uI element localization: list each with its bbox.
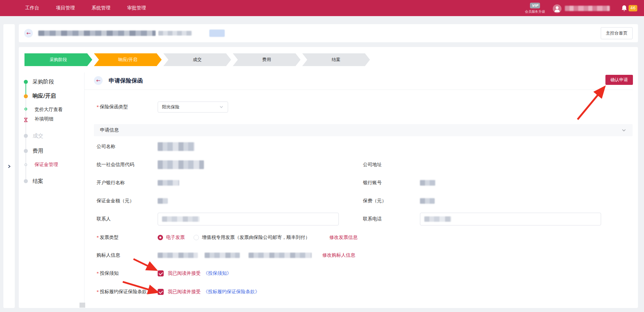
ring-gray-icon	[24, 163, 27, 166]
notice-label: 投保须知	[97, 270, 119, 276]
confirm-apply-button[interactable]: 确认申请	[605, 75, 633, 85]
bank-account-redacted	[420, 180, 435, 186]
status-badge-redacted	[209, 30, 225, 37]
phone-input[interactable]	[420, 213, 601, 225]
back-arrow-icon: ←	[26, 30, 31, 36]
main-menu: 工作台 项目管理 系统管理 审批管理	[25, 0, 146, 16]
dot-done-icon	[24, 80, 28, 84]
dot-active-icon	[24, 94, 28, 98]
insurance-type-label: 保险保函类型	[97, 104, 128, 110]
company-name-redacted	[158, 142, 195, 151]
edit-invoice-link[interactable]: 修改发票信息	[329, 235, 358, 241]
project-title-redacted	[38, 31, 156, 36]
top-nav-bar: 工作台 项目管理 系统管理 审批管理 VIP 会员服务升级 46	[0, 0, 644, 16]
bank-name-redacted	[158, 180, 179, 186]
credit-code-redacted	[158, 160, 204, 169]
edit-buyer-link[interactable]: 修改购标人信息	[322, 252, 355, 258]
stage-progress-bar: 采购阶段 响应/开启 成交 费用 结案	[24, 53, 370, 66]
vip-icon: VIP	[530, 3, 540, 8]
panel-expander[interactable]	[3, 24, 15, 308]
option-label: 增值税专用发票（发票由保险公司邮寄，顺丰到付）	[202, 235, 310, 241]
deposit-amount-label: 保证金金额（元）	[97, 198, 134, 204]
notification-count-badge: 46	[629, 5, 637, 11]
notification-bell-icon[interactable]	[621, 5, 628, 12]
sidebar-item-deposit-management[interactable]: 保证金管理	[35, 162, 58, 168]
sidebar-item-fee[interactable]: 费用	[33, 148, 43, 155]
invoice-option-electronic[interactable]: 电子发票	[158, 235, 185, 241]
ring-green-icon	[24, 108, 27, 110]
company-name-label: 公司名称	[97, 144, 115, 150]
stage-response-open: 响应/开启	[94, 53, 162, 66]
vip-upgrade[interactable]: VIP 会员服务升级	[523, 2, 547, 14]
timeline-line-done	[25, 84, 26, 95]
chevron-right-icon	[7, 164, 11, 168]
insurance-application-form: ← 申请保险保函 确认申请 保险保函类型 阳光保险	[85, 72, 638, 308]
back-button[interactable]: ←	[24, 29, 33, 38]
agree-text: 我已阅读并接受	[168, 270, 201, 276]
buyer-contact-redacted	[249, 253, 312, 258]
sidebar-item-bidding-hall[interactable]: 竞价大厅查看	[35, 107, 63, 113]
deposit-amount-redacted	[158, 198, 168, 204]
company-address-label: 公司地址	[363, 162, 382, 168]
stage-procurement: 采购阶段	[24, 53, 92, 66]
scrollbar-thumb[interactable]	[79, 303, 85, 308]
vip-caption: 会员服务升级	[523, 9, 547, 14]
console-home-button[interactable]: 主控台首页	[601, 27, 633, 39]
form-title: 申请保险保函	[109, 77, 143, 85]
terms-label: 投标履约保证保险条款	[97, 289, 147, 295]
nav-approval-management[interactable]: 审批管理	[127, 5, 146, 11]
content-panel: 采购阶段 响应/开启 成交 费用 结案 采购阶段 响应/开启 竞价大厅查看 补填…	[19, 47, 638, 308]
sidebar-item-close[interactable]: 结案	[33, 178, 43, 185]
sidebar-item-procurement[interactable]: 采购阶段	[33, 79, 54, 86]
person-icon	[553, 4, 561, 13]
stage-close: 结案	[302, 53, 370, 66]
bank-account-label: 银行账号	[363, 180, 382, 186]
sidebar-item-fill-details[interactable]: 补填明细	[35, 116, 53, 122]
nav-workbench[interactable]: 工作台	[25, 5, 39, 11]
stage-fee: 费用	[233, 53, 301, 66]
radio-selected-icon	[158, 235, 163, 240]
dot-pending-icon	[24, 179, 28, 183]
section-title: 申请信息	[100, 127, 119, 133]
credit-code-label: 统一社会信用代码	[97, 162, 134, 168]
buyer-info-label: 购标人信息	[97, 252, 120, 258]
buyer-id-redacted	[205, 253, 240, 258]
agree-text: 我已阅读并接受	[168, 289, 201, 295]
terms-link[interactable]: 《投标履约保证保险条款》	[203, 289, 260, 295]
phone-label: 联系电话	[363, 216, 382, 222]
contact-label: 联系人	[97, 216, 111, 222]
radio-unselected-icon	[194, 235, 199, 240]
username-redacted	[565, 6, 610, 11]
sidebar-item-response-open[interactable]: 响应/开启	[33, 93, 56, 100]
sidebar-item-deal[interactable]: 成交	[33, 133, 43, 140]
project-code-redacted	[158, 31, 192, 36]
terms-checkbox-checked[interactable]	[158, 289, 164, 295]
option-label: 电子发票	[166, 235, 185, 241]
selected-option: 阳光保险	[162, 104, 219, 110]
chevron-down-icon	[219, 105, 224, 109]
chevron-down-icon	[621, 127, 627, 133]
invoice-option-vat[interactable]: 增值税专用发票（发票由保险公司邮寄，顺丰到付）	[194, 235, 310, 241]
contact-redacted	[162, 216, 200, 222]
bank-name-label: 开户银行名称	[97, 180, 125, 186]
nav-system-management[interactable]: 系统管理	[92, 5, 110, 11]
section-application-info[interactable]: 申请信息	[94, 124, 633, 136]
notice-checkbox-checked[interactable]	[158, 270, 164, 276]
form-back-button[interactable]: ←	[94, 76, 103, 85]
timeline-line	[25, 84, 26, 181]
contact-input[interactable]	[158, 213, 339, 225]
page-header: ← 主控台首页	[19, 24, 638, 42]
hourglass-icon	[24, 117, 28, 121]
premium-redacted	[420, 198, 435, 204]
invoice-type-label: 发票类型	[97, 235, 119, 241]
user-avatar[interactable]	[553, 4, 561, 13]
dot-pending-icon	[24, 134, 28, 138]
insurance-type-select[interactable]: 阳光保险	[158, 101, 228, 112]
back-arrow-icon: ←	[96, 77, 101, 84]
notice-link[interactable]: 《投保须知》	[203, 270, 231, 276]
dot-pending-icon	[24, 149, 28, 153]
stage-deal: 成交	[163, 53, 231, 66]
stage-timeline-nav: 采购阶段 响应/开启 竞价大厅查看 补填明细 成交 费用 保证金管理 结案	[19, 72, 85, 308]
nav-project-management[interactable]: 项目管理	[56, 5, 75, 11]
divider	[85, 90, 633, 90]
